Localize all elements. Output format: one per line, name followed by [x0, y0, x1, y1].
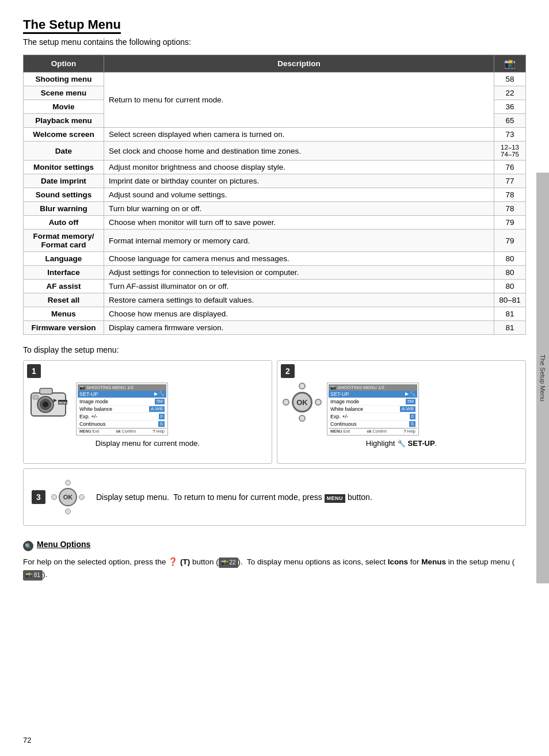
page-title: The Setup Menu [23, 17, 121, 34]
table-row: Monitor settings Adjust monitor brightne… [24, 161, 526, 174]
option-movie: Movie [24, 100, 104, 114]
page-auto-off: 79 [494, 216, 526, 230]
steps-grid: 1 [23, 360, 526, 464]
step1-menu-screen: 📷 SHOOTING MENU 1/2 SET-UP▶ 🔧 Image mode… [76, 383, 168, 436]
desc-menu-group: Return to menu for current mode. [104, 72, 494, 128]
svg-point-3 [43, 402, 48, 407]
desc-menus: Choose how menus are displayed. [104, 307, 494, 321]
step-2-box: 2 OK 📷 SHOOTI [277, 360, 526, 464]
table-row: Date imprint Imprint date or birthday co… [24, 174, 526, 188]
step-3-box: 3 OK Display setup menu. To return to me… [23, 468, 526, 526]
option-reset-all: Reset all [24, 293, 104, 307]
table-row: Format memory/Format card Format interna… [24, 230, 526, 252]
step2-caption: Highlight 🔧 SET-UP. [282, 439, 521, 448]
desc-welcome-screen: Select screen displayed when camera is t… [104, 128, 494, 142]
step2-menu-screen: 📷 SHOOTING MENU 1/2 SET-UP▶ 🔧 Image mode… [327, 383, 419, 436]
options-table: Option Description 📸 Shooting menu Retur… [23, 55, 526, 335]
desc-format-memory: Format internal memory or memory card. [104, 230, 494, 252]
page-scene-menu: 22 [494, 86, 526, 100]
page-af-assist: 80 [494, 280, 526, 293]
table-row: Blur warning Turn blur warning on or off… [24, 202, 526, 216]
desc-language: Choose language for camera menus and mes… [104, 252, 494, 266]
desc-auto-off: Choose when monitor will turn off to sav… [104, 216, 494, 230]
step1-camera-area: MENU [28, 383, 71, 423]
page-date: 12–1374–75 [494, 142, 526, 161]
page-format-memory: 79 [494, 230, 526, 252]
page-menus: 81 [494, 307, 526, 321]
step3-left: 3 OK [32, 480, 85, 514]
table-row: Firmware version Display camera firmware… [24, 321, 526, 335]
option-auto-off: Auto off [24, 216, 104, 230]
option-af-assist: AF assist [24, 280, 104, 293]
option-monitor-settings: Monitor settings [24, 161, 104, 174]
option-menus: Menus [24, 307, 104, 321]
side-bar: The Setup Menu [536, 173, 549, 583]
desc-blur-warning: Turn blur warning on or off. [104, 202, 494, 216]
step1-caption: Display menu for current mode. [28, 439, 267, 448]
page-ref-1: 📸 22 [219, 558, 238, 568]
table-row: Shooting menu Return to menu for current… [24, 72, 526, 86]
desc-interface: Adjust settings for connection to televi… [104, 266, 494, 280]
menu-options-text: For help on the selected option, press t… [23, 556, 526, 581]
page-language: 80 [494, 252, 526, 266]
page-reset-all: 80–81 [494, 293, 526, 307]
option-shooting-menu: Shooting menu [24, 72, 104, 86]
subtitle: The setup menu contains the following op… [23, 37, 526, 47]
page-welcome-screen: 73 [494, 128, 526, 142]
col-header-description: Description [104, 55, 494, 72]
option-interface: Interface [24, 266, 104, 280]
page-ref-2: 📸 81 [23, 570, 43, 581]
option-language: Language [24, 252, 104, 266]
menu-options-section: 🔍 Menu Options For help on the selected … [23, 536, 526, 581]
option-welcome-screen: Welcome screen [24, 128, 104, 142]
side-bar-text: The Setup Menu [539, 354, 546, 401]
svg-rect-5 [40, 388, 52, 394]
step-1-box: 1 [23, 360, 272, 464]
option-firmware-version: Firmware version [24, 321, 104, 335]
table-row: Reset all Restore camera settings to def… [24, 293, 526, 307]
page-blur-warning: 78 [494, 202, 526, 216]
desc-date: Set clock and choose home and destinatio… [104, 142, 494, 161]
table-row: Menus Choose how menus are displayed. 81 [24, 307, 526, 321]
step-3-number: 3 [32, 490, 45, 504]
table-row: AF assist Turn AF-assist illuminator on … [24, 280, 526, 293]
option-date-imprint: Date imprint [24, 174, 104, 188]
table-row: Date Set clock and choose home and desti… [24, 142, 526, 161]
display-section: To display the setup menu: 1 [23, 345, 526, 526]
page-playback-menu: 65 [494, 114, 526, 128]
page-firmware-version: 81 [494, 321, 526, 335]
step3-text: Display setup menu. To return to menu fo… [96, 491, 372, 503]
desc-firmware-version: Display camera firmware version. [104, 321, 494, 335]
col-header-icon: 📸 [494, 55, 526, 72]
camera-svg: MENU [28, 383, 71, 423]
option-scene-menu: Scene menu [24, 86, 104, 100]
page-interface: 80 [494, 266, 526, 280]
step-1-number: 1 [27, 364, 41, 378]
option-sound-settings: Sound settings [24, 188, 104, 202]
desc-sound-settings: Adjust sound and volume settings. [104, 188, 494, 202]
desc-date-imprint: Imprint date or birthday counter on pict… [104, 174, 494, 188]
table-row: Welcome screen Select screen displayed w… [24, 128, 526, 142]
page-number: 72 [23, 736, 31, 744]
table-row: Language Choose language for camera menu… [24, 252, 526, 266]
col-header-option: Option [24, 55, 104, 72]
menu-button-label: MENU [325, 494, 346, 503]
option-playback-menu: Playback menu [24, 114, 104, 128]
table-row: Interface Adjust settings for connection… [24, 266, 526, 280]
page-shooting-menu: 58 [494, 72, 526, 86]
step2-camera-area: OK [282, 383, 322, 422]
step-2-number: 2 [281, 364, 295, 378]
menu-options-icon: 🔍 [23, 541, 33, 551]
option-date: Date [24, 142, 104, 161]
step3-ok-area: OK [51, 480, 85, 514]
table-row: Sound settings Adjust sound and volume s… [24, 188, 526, 202]
option-format-memory: Format memory/Format card [24, 230, 104, 252]
page-sound-settings: 78 [494, 188, 526, 202]
desc-reset-all: Restore camera settings to default value… [104, 293, 494, 307]
page-date-imprint: 77 [494, 174, 526, 188]
option-blur-warning: Blur warning [24, 202, 104, 216]
svg-rect-4 [33, 395, 39, 399]
svg-text:MENU: MENU [59, 401, 67, 404]
desc-af-assist: Turn AF-assist illuminator on or off. [104, 280, 494, 293]
page-monitor-settings: 76 [494, 161, 526, 174]
